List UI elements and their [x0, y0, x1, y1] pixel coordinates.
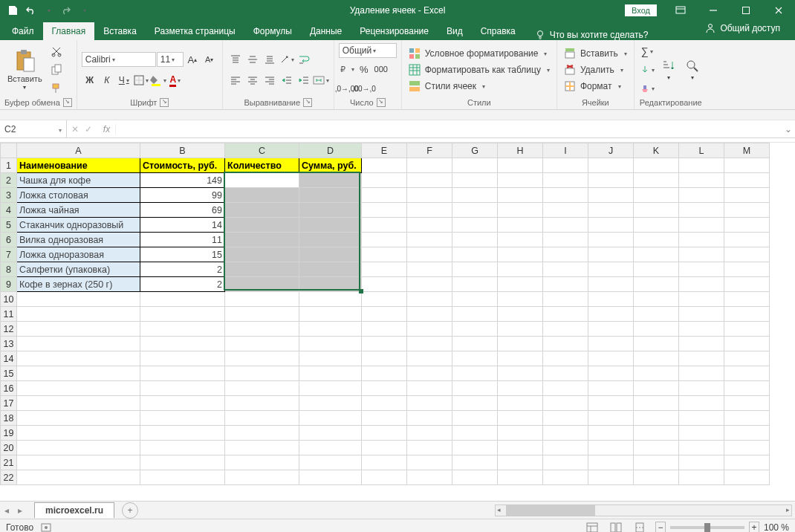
- view-normal-icon[interactable]: [584, 519, 600, 533]
- cell-B1[interactable]: Стоимость, руб.: [140, 158, 225, 173]
- cell-G1[interactable]: [452, 158, 498, 173]
- cell-F2[interactable]: [407, 173, 452, 188]
- cell-D7[interactable]: [299, 247, 362, 262]
- cell-J17[interactable]: [588, 396, 634, 411]
- cell-H4[interactable]: [498, 203, 543, 218]
- row-header-10[interactable]: 10: [1, 292, 17, 307]
- cell-D12[interactable]: [299, 322, 362, 337]
- cell-L19[interactable]: [679, 426, 724, 441]
- column-header-G[interactable]: G: [452, 143, 498, 158]
- cell-E3[interactable]: [362, 188, 407, 203]
- cell-G4[interactable]: [452, 203, 498, 218]
- cell-L14[interactable]: [679, 351, 724, 366]
- cell-H16[interactable]: [498, 381, 543, 396]
- cell-A3[interactable]: Ложка столовая: [17, 188, 140, 203]
- cell-G6[interactable]: [452, 233, 498, 247]
- cell-F14[interactable]: [407, 351, 452, 366]
- row-header-11[interactable]: 11: [1, 307, 17, 322]
- align-bottom-icon[interactable]: [262, 51, 278, 68]
- cell-K1[interactable]: [634, 158, 679, 173]
- cell-D18[interactable]: [299, 411, 362, 426]
- tab-home[interactable]: Главная: [43, 22, 95, 40]
- cell-D21[interactable]: [299, 455, 362, 470]
- cell-H9[interactable]: [498, 277, 543, 292]
- cell-K13[interactable]: [634, 337, 679, 351]
- cell-H8[interactable]: [498, 262, 543, 277]
- cell-C20[interactable]: [225, 441, 299, 455]
- cell-B22[interactable]: [140, 470, 225, 485]
- tab-review[interactable]: Рецензирование: [351, 22, 438, 40]
- cell-E7[interactable]: [362, 247, 407, 262]
- cell-C9[interactable]: [225, 277, 299, 292]
- cell-H21[interactable]: [498, 455, 543, 470]
- cell-D20[interactable]: [299, 441, 362, 455]
- cell-E12[interactable]: [362, 322, 407, 337]
- cell-D3[interactable]: [299, 188, 362, 203]
- cell-E19[interactable]: [362, 426, 407, 441]
- increase-font-icon[interactable]: A▴: [184, 51, 201, 68]
- cell-L5[interactable]: [679, 218, 724, 233]
- cell-I8[interactable]: [543, 262, 588, 277]
- cell-A2[interactable]: Чашка для кофе: [17, 173, 140, 188]
- cell-A17[interactable]: [17, 396, 140, 411]
- cell-K8[interactable]: [634, 262, 679, 277]
- cell-B5[interactable]: 14: [140, 218, 225, 233]
- tab-formulas[interactable]: Формулы: [244, 22, 301, 40]
- cell-G15[interactable]: [452, 366, 498, 381]
- insert-cells-button[interactable]: Вставить: [562, 46, 629, 61]
- cell-D19[interactable]: [299, 426, 362, 441]
- select-all-corner[interactable]: [1, 143, 17, 158]
- cell-G12[interactable]: [452, 322, 498, 337]
- cell-E1[interactable]: [362, 158, 407, 173]
- cell-G5[interactable]: [452, 218, 498, 233]
- align-left-icon[interactable]: [227, 72, 244, 88]
- format-as-table-button[interactable]: Форматировать как таблицу: [406, 62, 552, 77]
- cell-J1[interactable]: [588, 158, 634, 173]
- cell-K6[interactable]: [634, 233, 679, 247]
- cell-E18[interactable]: [362, 411, 407, 426]
- cell-I7[interactable]: [543, 247, 588, 262]
- cell-I19[interactable]: [543, 426, 588, 441]
- cell-C17[interactable]: [225, 396, 299, 411]
- cell-E21[interactable]: [362, 455, 407, 470]
- tab-insert[interactable]: Вставка: [94, 22, 146, 40]
- number-dialog-launcher[interactable]: ↘: [377, 98, 386, 107]
- tab-nav-next[interactable]: ▸: [13, 505, 27, 516]
- cell-G10[interactable]: [452, 292, 498, 307]
- cell-F12[interactable]: [407, 322, 452, 337]
- font-dialog-launcher[interactable]: ↘: [160, 98, 169, 107]
- cell-M13[interactable]: [724, 337, 770, 351]
- cell-A22[interactable]: [17, 470, 140, 485]
- tab-file[interactable]: Файл: [3, 22, 43, 40]
- cell-A16[interactable]: [17, 381, 140, 396]
- cell-D1[interactable]: Сумма, руб.: [299, 158, 362, 173]
- cell-C3[interactable]: [225, 188, 299, 203]
- cell-B15[interactable]: [140, 366, 225, 381]
- row-header-19[interactable]: 19: [1, 426, 17, 441]
- tell-me-search[interactable]: Что вы хотите сделать?: [535, 30, 649, 40]
- spreadsheet-grid[interactable]: ABCDEFGHIJKLM1НаименованиеСтоимость, руб…: [0, 143, 795, 501]
- cell-I1[interactable]: [543, 158, 588, 173]
- cell-E5[interactable]: [362, 218, 407, 233]
- cell-G17[interactable]: [452, 396, 498, 411]
- cell-B11[interactable]: [140, 307, 225, 322]
- cell-G9[interactable]: [452, 277, 498, 292]
- cell-styles-button[interactable]: Стили ячеек: [406, 79, 552, 94]
- cell-I3[interactable]: [543, 188, 588, 203]
- cell-F19[interactable]: [407, 426, 452, 441]
- cell-D15[interactable]: [299, 366, 362, 381]
- autosum-icon[interactable]: ∑: [639, 43, 655, 59]
- new-sheet-button[interactable]: +: [122, 502, 138, 519]
- cell-F7[interactable]: [407, 247, 452, 262]
- italic-button[interactable]: К: [99, 72, 115, 88]
- column-header-I[interactable]: I: [543, 143, 588, 158]
- cell-H14[interactable]: [498, 351, 543, 366]
- cell-K14[interactable]: [634, 351, 679, 366]
- cell-B20[interactable]: [140, 441, 225, 455]
- cell-G22[interactable]: [452, 470, 498, 485]
- cell-B8[interactable]: 2: [140, 262, 225, 277]
- decrease-indent-icon[interactable]: [279, 72, 295, 88]
- cell-F11[interactable]: [407, 307, 452, 322]
- cell-K9[interactable]: [634, 277, 679, 292]
- column-header-B[interactable]: B: [140, 143, 225, 158]
